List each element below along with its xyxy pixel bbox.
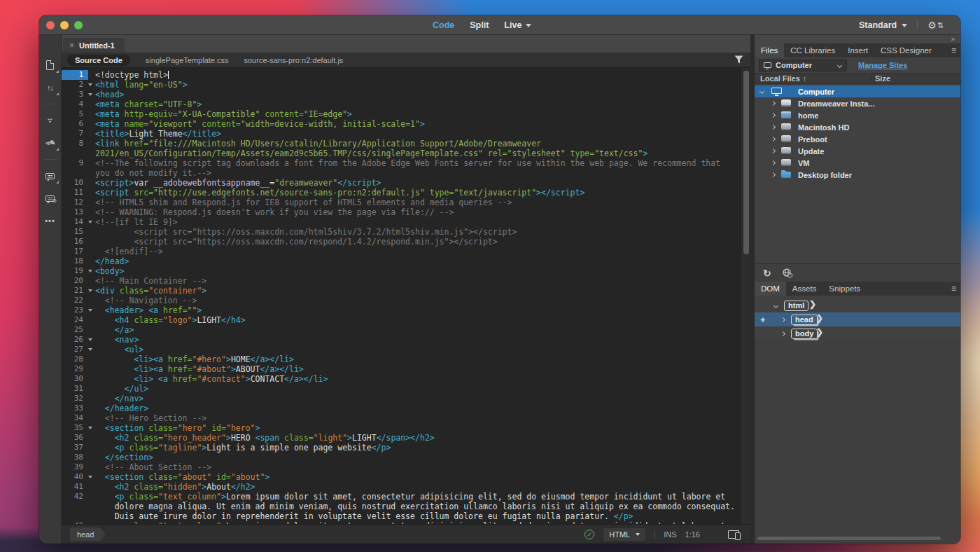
code-line[interactable]: 13<!-- WARNING: Respond.js doesn't work … bbox=[62, 207, 750, 217]
code-line[interactable]: you do not modify it.--> bbox=[62, 168, 750, 178]
filter-icon[interactable] bbox=[734, 55, 743, 64]
code-line[interactable]: 38 </section> bbox=[62, 453, 750, 462]
related-file-js[interactable]: source-sans-pro:n2:default.js bbox=[244, 56, 343, 64]
remove-comment-icon[interactable]: ⊘ bbox=[44, 192, 57, 205]
tab-assets[interactable]: Assets bbox=[786, 282, 823, 296]
code-line[interactable]: 35 <section class="hero" id="hero"> bbox=[62, 423, 750, 433]
tag-selector-head[interactable]: head bbox=[70, 527, 105, 541]
close-tab-icon[interactable]: × bbox=[69, 42, 74, 49]
code-line[interactable]: 3<head> bbox=[62, 90, 750, 99]
files-tree-item-macintosh-hd[interactable]: Macintosh HD bbox=[755, 121, 960, 133]
tab-css-designer[interactable]: CSS Designer bbox=[874, 43, 938, 57]
tab-cc-libraries[interactable]: CC Libraries bbox=[784, 43, 841, 57]
tab-insert[interactable]: Insert bbox=[841, 43, 874, 57]
files-tree-item-update[interactable]: Update bbox=[755, 145, 960, 157]
code-line[interactable]: 15 <script src="https://oss.maxcdn.com/h… bbox=[62, 227, 750, 237]
code-line[interactable]: 9<!--The following script tag downloads … bbox=[62, 158, 750, 168]
code-line[interactable]: 41 <h2 class="hidden">About</h2> bbox=[62, 482, 750, 492]
doctype-selector[interactable]: HTML bbox=[603, 527, 646, 541]
code-line[interactable]: 18</head> bbox=[62, 256, 750, 266]
code-line[interactable]: 16 <script src="https://oss.maxcdn.com/r… bbox=[62, 237, 750, 247]
code-line[interactable]: 24 <h4 class="logo">LIGHT</h4> bbox=[62, 315, 750, 325]
dom-tree-item-body[interactable]: body❯ bbox=[755, 326, 960, 340]
apply-comment-icon[interactable] bbox=[44, 170, 57, 182]
lint-ok-icon[interactable]: ✓ bbox=[584, 530, 594, 539]
code-line[interactable]: 39 <!-- About Section --> bbox=[62, 462, 750, 472]
tab-snippets[interactable]: Snippets bbox=[822, 282, 867, 296]
code-line[interactable]: 6<meta name="viewport" content="width=de… bbox=[62, 119, 750, 129]
code-line[interactable]: 14<!--[if lt IE 9]> bbox=[62, 217, 750, 227]
code-line[interactable]: 2<html lang="en-US"> bbox=[62, 80, 750, 90]
code-line[interactable]: 4<meta charset="UTF-8"> bbox=[62, 99, 750, 109]
code-line[interactable]: 2021/en_US/Configuration/Temp/Assets/eam… bbox=[62, 149, 750, 158]
split-view-button[interactable]: Split bbox=[470, 20, 489, 30]
device-preview-icon[interactable] bbox=[728, 530, 739, 539]
site-selector[interactable]: Computer bbox=[759, 60, 847, 71]
scrollbar-thumb[interactable] bbox=[743, 71, 749, 254]
file-management-icon[interactable]: ↑↓ bbox=[44, 81, 57, 94]
gear-sync-icon[interactable]: ⚙⇅ bbox=[927, 20, 942, 31]
code-line[interactable]: 12<!-- HTML5 shim and Respond.js for IE8… bbox=[62, 198, 750, 207]
zoom-window-button[interactable] bbox=[74, 21, 83, 29]
publish-globe-icon[interactable] bbox=[783, 268, 792, 277]
code-line[interactable]: 20<!-- Main Container --> bbox=[62, 276, 750, 286]
live-view-button[interactable]: Live bbox=[504, 20, 531, 30]
dom-tree-item-head[interactable]: +head❯ bbox=[755, 312, 960, 326]
close-window-button[interactable] bbox=[46, 21, 55, 29]
code-line[interactable]: 7<title>Light Theme</title> bbox=[62, 129, 750, 139]
files-tree-item-preboot[interactable]: Preboot bbox=[755, 133, 960, 145]
format-source-code-icon[interactable]: </>✎ bbox=[44, 137, 57, 149]
panel-menu-icon[interactable]: ≡ bbox=[951, 46, 956, 55]
refresh-icon[interactable]: ↻ bbox=[763, 268, 771, 279]
code-view-button[interactable]: Code bbox=[433, 20, 454, 30]
code-line[interactable]: 31 </ul> bbox=[62, 384, 750, 394]
files-tree-item-home[interactable]: home bbox=[755, 109, 960, 121]
related-file-css[interactable]: singlePageTemplate.css bbox=[146, 56, 229, 64]
document-tab[interactable]: × Untitled-1 bbox=[63, 38, 125, 53]
tab-files[interactable]: Files bbox=[755, 43, 784, 57]
collapse-panels-icon[interactable]: » bbox=[951, 35, 955, 43]
manage-sites-link[interactable]: Manage Sites bbox=[858, 61, 907, 69]
code-line[interactable]: dolore magna aliqua. Ut enim ad minim ve… bbox=[62, 502, 750, 511]
code-line[interactable]: 34 <!-- Hero Section --> bbox=[62, 413, 750, 423]
local-files-column[interactable]: Local Files bbox=[760, 74, 800, 83]
code-line[interactable]: 1<!doctype html> bbox=[62, 70, 750, 80]
code-line[interactable]: 30 <li> <a href="#contact">CONTACT</a></… bbox=[62, 374, 750, 384]
files-tree-item-vm[interactable]: VM bbox=[755, 157, 960, 169]
tab-dom[interactable]: DOM bbox=[755, 282, 786, 296]
code-line[interactable]: 36 <h2 class="hero_header">HERO <span cl… bbox=[62, 433, 750, 443]
code-line[interactable]: 10<script>var __adobewebfontsappname__="… bbox=[62, 178, 750, 188]
code-line[interactable]: 19<body> bbox=[62, 266, 750, 276]
code-line[interactable]: 27 <ul> bbox=[62, 345, 750, 354]
related-file-source-code[interactable]: Source Code bbox=[67, 55, 130, 66]
code-line[interactable]: 21<div class="container"> bbox=[62, 286, 750, 296]
code-line[interactable]: 40 <section class="about" id="about"> bbox=[62, 472, 750, 482]
files-tree-item-dreamweaver-insta-[interactable]: Dreamweaver Insta... bbox=[755, 97, 960, 109]
more-options-icon[interactable]: ••• bbox=[44, 214, 57, 227]
size-column[interactable]: Size bbox=[875, 74, 890, 83]
code-line[interactable]: 11<script src="http://use.edgefonts.net/… bbox=[62, 188, 750, 198]
code-line[interactable]: Duis aute irure dolor in reprehenderit i… bbox=[62, 511, 750, 521]
code-line[interactable]: 25 </a> bbox=[62, 325, 750, 335]
code-line[interactable]: 23 <header> <a href=""> bbox=[62, 305, 750, 315]
code-line[interactable]: 42 <p class="text_column">Lorem ipsum do… bbox=[62, 492, 750, 502]
minimize-window-button[interactable] bbox=[60, 21, 69, 29]
code-line[interactable]: 22 <!-- Navigation --> bbox=[62, 296, 750, 305]
word-wrap-icon[interactable]: ↔* bbox=[44, 114, 57, 127]
code-line[interactable]: 28 <li><a href="#hero">HOME</a></li> bbox=[62, 354, 750, 364]
code-line[interactable]: 32 </nav> bbox=[62, 394, 750, 403]
panel-menu-icon[interactable]: ≡ bbox=[951, 284, 956, 294]
open-documents-icon[interactable] bbox=[44, 59, 57, 71]
code-line[interactable]: 29 <li><a href="#about">ABOUT</a></li> bbox=[62, 364, 750, 374]
panel-scrollbar[interactable] bbox=[757, 537, 941, 540]
files-tree-item-computer[interactable]: Computer bbox=[755, 85, 960, 97]
code-scrollbar[interactable] bbox=[741, 68, 750, 524]
code-line[interactable]: 8<link href="file:///Macintosh HD/Users/… bbox=[62, 139, 750, 149]
workspace-selector[interactable]: Standard bbox=[859, 20, 907, 30]
files-tree-item-desktop-folder[interactable]: Desktop folder bbox=[755, 169, 960, 181]
code-line[interactable]: 26 <nav> bbox=[62, 335, 750, 345]
code-line[interactable]: 5<meta http-equiv="X-UA-Compatible" cont… bbox=[62, 109, 750, 119]
code-line[interactable]: 37 <p class="tagline">Light is a simple … bbox=[62, 443, 750, 453]
code-line[interactable]: 17 <![endif]--> bbox=[62, 247, 750, 256]
code-editor[interactable]: 1<!doctype html>2<html lang="en-US">3<he… bbox=[62, 68, 750, 524]
